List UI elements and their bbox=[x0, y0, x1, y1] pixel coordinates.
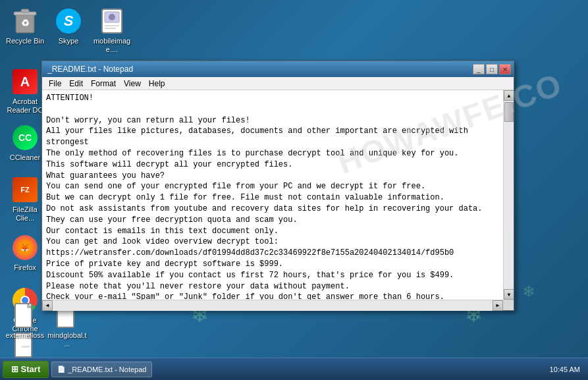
scroll-left-button[interactable]: ◀ bbox=[42, 300, 53, 311]
desktop-icon-externalloss[interactable]: externalloss.... bbox=[3, 300, 47, 351]
acrobat-label: AcrobatReader DC bbox=[7, 97, 43, 115]
menu-view[interactable]: View bbox=[120, 78, 145, 90]
scrollbar-corner bbox=[503, 300, 514, 310]
notepad-textarea[interactable] bbox=[42, 90, 503, 300]
scroll-thumb[interactable] bbox=[504, 102, 514, 122]
desktop-icon-acrobat[interactable]: A AcrobatReader DC bbox=[3, 66, 47, 117]
start-button[interactable]: ⊞ Start bbox=[3, 361, 49, 378]
desktop-icon-mobileimage[interactable]: mobileimage.... bbox=[90, 5, 134, 57]
desktop-icon-recycle[interactable]: ♻ Recycle Bin bbox=[3, 5, 47, 48]
scroll-down-button[interactable]: ▼ bbox=[504, 289, 514, 300]
desktop-icon-filezilla[interactable]: FZ FileZilla Clie... bbox=[3, 174, 47, 225]
minimize-button[interactable]: _ bbox=[473, 64, 485, 74]
firefox-label: Firefox bbox=[14, 263, 36, 272]
notepad-titlebar: _README.txt - Notepad _ □ ✕ bbox=[42, 61, 514, 77]
titlebar-buttons: _ □ ✕ bbox=[473, 64, 511, 74]
filezilla-label: FileZilla Clie... bbox=[5, 205, 45, 223]
skype-label: Skype bbox=[59, 37, 79, 45]
scroll-track[interactable] bbox=[504, 101, 514, 289]
snowflake-3: ❄ bbox=[522, 283, 535, 301]
notepad-scrollbar-vertical[interactable]: ▲ ▼ bbox=[503, 90, 514, 300]
taskbar: ⊞ Start 📄 _README.txt - Notepad 10:45 AM bbox=[0, 358, 588, 380]
desktop-icon-ccleaner[interactable]: CC CCleaner bbox=[3, 122, 47, 165]
svg-point-6 bbox=[109, 14, 115, 20]
taskbar-task-notepad[interactable]: 📄 _README.txt - Notepad bbox=[51, 362, 152, 377]
notepad-scrollbar-horizontal-bar: ◀ ▶ bbox=[42, 300, 514, 310]
ccleaner-label: CCleaner bbox=[10, 153, 40, 162]
maximize-button[interactable]: □ bbox=[486, 64, 498, 74]
scroll-up-button[interactable]: ▲ bbox=[504, 90, 514, 101]
desktop-icon-skype[interactable]: S Skype bbox=[46, 5, 91, 48]
menu-edit[interactable]: Edit bbox=[65, 78, 87, 90]
close-button[interactable]: ✕ bbox=[499, 64, 511, 74]
notepad-content-area: ▲ ▼ bbox=[42, 90, 514, 300]
recycle-bin-label: Recycle Bin bbox=[6, 37, 44, 45]
notepad-scrollbar-horizontal[interactable]: ◀ ▶ bbox=[42, 300, 503, 310]
menu-format[interactable]: Format bbox=[87, 78, 120, 90]
recycle-icon: ♻ bbox=[13, 8, 37, 34]
mobileimage-icon bbox=[101, 9, 122, 34]
externalloss-icon bbox=[14, 303, 36, 328]
menu-file[interactable]: File bbox=[45, 78, 65, 90]
notepad-window: _README.txt - Notepad _ □ ✕ File Edit Fo… bbox=[41, 61, 514, 311]
mindglobal-label: mindglobal.t... bbox=[47, 331, 87, 348]
scroll-h-track[interactable] bbox=[53, 300, 493, 311]
notepad-menubar: File Edit Format View Help bbox=[42, 77, 514, 90]
scroll-right-button[interactable]: ▶ bbox=[493, 300, 503, 311]
mobileimage-label: mobileimage.... bbox=[92, 37, 132, 54]
menu-help[interactable]: Help bbox=[145, 78, 169, 90]
skype-icon: S bbox=[56, 9, 81, 34]
svg-rect-2 bbox=[21, 9, 29, 13]
firefox-icon: 🦊 bbox=[13, 235, 38, 260]
svg-text:♻: ♻ bbox=[21, 18, 30, 28]
filezilla-icon: FZ bbox=[13, 177, 38, 202]
desktop-icon-firefox[interactable]: 🦊 Firefox bbox=[3, 232, 47, 275]
notepad-title: _README.txt - Notepad bbox=[47, 65, 133, 74]
ccleaner-icon: CC bbox=[13, 125, 38, 150]
taskbar-clock: 10:45 AM bbox=[550, 366, 585, 373]
acrobat-icon: A bbox=[13, 69, 38, 94]
externalloss-label: externalloss.... bbox=[5, 331, 45, 348]
